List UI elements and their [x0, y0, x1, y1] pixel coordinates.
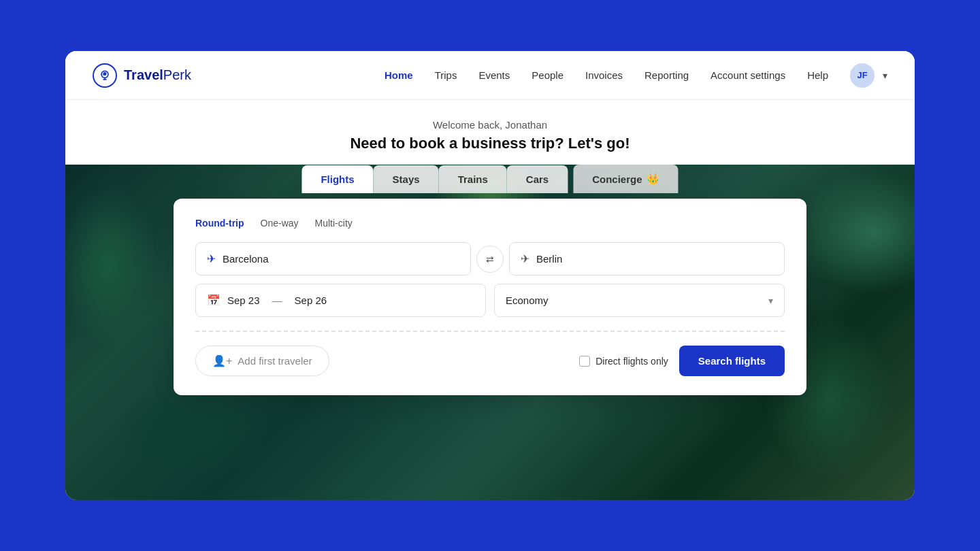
origin-input[interactable]: ✈ Barcelona: [195, 242, 471, 276]
date-to: Sep 26: [295, 295, 327, 306]
welcome-title: Need to book a business trip? Let's go!: [65, 135, 915, 152]
date-from: Sep 23: [227, 295, 260, 306]
tab-cars[interactable]: Cars: [507, 165, 568, 193]
direct-flights-label[interactable]: Direct flights only: [579, 356, 668, 367]
trip-type-round[interactable]: Round-trip: [195, 218, 244, 229]
logo-area: TravelPerk: [93, 63, 191, 88]
tab-concierge[interactable]: Concierge 👑: [573, 165, 678, 193]
tab-stays[interactable]: Stays: [374, 165, 439, 193]
direct-flights-text: Direct flights only: [595, 356, 668, 367]
nav-item-trips[interactable]: Trips: [435, 69, 457, 81]
swap-icon: ⇄: [486, 254, 494, 265]
nav-item-invoices[interactable]: Invoices: [585, 69, 623, 81]
trip-type-one-way[interactable]: One-way: [261, 218, 299, 229]
arrival-icon: ✈: [521, 252, 529, 265]
tab-trains[interactable]: Trains: [439, 165, 507, 193]
welcome-subtitle: Welcome back, Jonathan: [65, 119, 915, 131]
chevron-down-icon[interactable]: ▾: [883, 70, 887, 81]
search-card: Round-trip One-way Multi-city ✈ Barcelon…: [174, 199, 806, 395]
avatar[interactable]: JF: [850, 63, 875, 88]
trip-type-row: Round-trip One-way Multi-city: [195, 218, 785, 229]
nav-item-reporting[interactable]: Reporting: [644, 69, 689, 81]
calendar-icon: 📅: [207, 294, 220, 307]
chevron-down-class-icon: ▾: [768, 295, 773, 306]
traveler-icon: 👤+: [212, 354, 232, 367]
nav: Home Trips Events People Invoices Report…: [385, 69, 828, 81]
logo-icon: [93, 63, 117, 88]
origin-value: Barcelona: [223, 253, 269, 265]
concierge-label: Concierge: [592, 173, 642, 185]
nav-right: JF ▾: [850, 63, 887, 88]
swap-button[interactable]: ⇄: [476, 246, 504, 273]
content-area: Flights Stays Trains Cars Concierge 👑 Ro…: [65, 165, 915, 500]
nav-item-people[interactable]: People: [532, 69, 564, 81]
date-separator: —: [272, 295, 282, 306]
header: TravelPerk Home Trips Events People Invo…: [65, 51, 915, 100]
destination-input[interactable]: ✈ Berlin: [509, 242, 785, 276]
date-picker[interactable]: 📅 Sep 23 — Sep 26: [195, 284, 486, 317]
direct-flights-checkbox[interactable]: [579, 356, 590, 367]
class-selector[interactable]: Economy ▾: [494, 284, 785, 317]
main-card: TravelPerk Home Trips Events People Invo…: [65, 51, 915, 500]
class-value: Economy: [506, 295, 549, 306]
logo-text: TravelPerk: [124, 67, 191, 83]
dashed-divider: [195, 331, 785, 332]
concierge-icon: 👑: [647, 173, 659, 185]
search-flights-button[interactable]: Search flights: [679, 346, 785, 376]
departure-icon: ✈: [207, 252, 216, 265]
right-actions: Direct flights only Search flights: [579, 346, 785, 376]
route-row: ✈ Barcelona ⇄ ✈ Berlin: [195, 242, 785, 276]
destination-value: Berlin: [536, 253, 562, 265]
trip-type-multi-city[interactable]: Multi-city: [315, 218, 353, 229]
tabs-row: Flights Stays Trains Cars Concierge 👑: [301, 165, 678, 193]
nav-item-home[interactable]: Home: [385, 69, 413, 81]
nav-item-help[interactable]: Help: [807, 69, 828, 81]
bottom-row: 👤+ Add first traveler Direct flights onl…: [195, 346, 785, 376]
svg-point-1: [103, 72, 105, 74]
tab-flights[interactable]: Flights: [301, 165, 373, 193]
add-traveler-button[interactable]: 👤+ Add first traveler: [195, 346, 329, 376]
nav-item-account-settings[interactable]: Account settings: [710, 69, 785, 81]
nav-item-events[interactable]: Events: [478, 69, 510, 81]
add-traveler-label: Add first traveler: [238, 355, 312, 367]
welcome-section: Welcome back, Jonathan Need to book a bu…: [65, 100, 915, 165]
options-row: 📅 Sep 23 — Sep 26 Economy ▾: [195, 284, 785, 317]
